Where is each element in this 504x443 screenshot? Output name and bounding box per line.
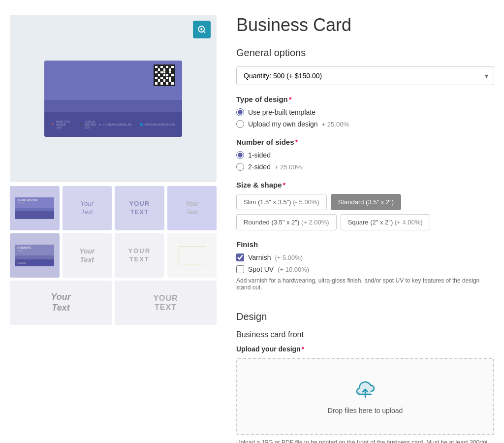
- varnish-checkbox[interactable]: [236, 253, 244, 261]
- thumbnails-row3: YourText YOURTEXT: [10, 281, 217, 325]
- finish-spotUV[interactable]: Spot UV (+ 10.00%): [236, 265, 494, 273]
- required-indicator-size: *: [283, 181, 286, 189]
- spotUV-label: Spot UV: [248, 265, 274, 273]
- sides-2-price: + 25.00%: [275, 163, 302, 171]
- design-radio-prebuilt[interactable]: [236, 108, 244, 116]
- upload-cloud-icon: [247, 379, 483, 403]
- design-own-price: + 25.00%: [322, 121, 349, 128]
- main-preview: 📍 HAMILTONS AVENUE 1602 📞 +2233 (0) 3492…: [10, 15, 217, 182]
- card-large-preview: 📍 HAMILTONS AVENUE 1602 📞 +2233 (0) 3492…: [44, 61, 182, 137]
- thumb-8[interactable]: [167, 233, 217, 278]
- number-of-sides-group: Number of sides* 1-sided 2-sided + 25.00…: [236, 138, 494, 171]
- thumb-9[interactable]: YourText: [10, 281, 112, 325]
- quantity-select[interactable]: Quantity: 100 Quantity: 250 Quantity: 50…: [236, 66, 494, 85]
- business-card-front-title: Business card front: [236, 330, 494, 339]
- sides-2-label: 2-sided: [248, 163, 271, 171]
- thumb-2[interactable]: YourText: [63, 186, 112, 230]
- thumb-3[interactable]: YOURTEXT: [115, 186, 164, 230]
- zoom-button[interactable]: [193, 21, 211, 38]
- upload-file-note: Upload a JPG or PDF file to be printed o…: [236, 439, 494, 443]
- type-of-design-label: Type of design*: [236, 95, 494, 103]
- type-of-design-group: Type of design* Use pre-built template U…: [236, 95, 494, 128]
- sides-1-label: 1-sided: [248, 151, 271, 159]
- thumb-7[interactable]: YOURTEXT: [115, 233, 164, 278]
- number-of-sides-label: Number of sides*: [236, 138, 494, 146]
- required-indicator: *: [289, 95, 292, 103]
- varnish-price: (+ 5.00%): [275, 254, 303, 261]
- sides-option-1[interactable]: 1-sided: [236, 151, 494, 159]
- design-section-title: Design: [236, 311, 494, 322]
- finish-group: Finish Varnish (+ 5.00%) Spot UV (+ 10.0…: [236, 240, 494, 291]
- divider: [236, 301, 494, 301]
- size-shape-label: Size & shape*: [236, 181, 494, 189]
- spotUV-price: (+ 10.00%): [278, 266, 309, 273]
- size-standard[interactable]: Standard (3.5" x 2"): [331, 194, 401, 210]
- finish-varnish[interactable]: Varnish (+ 5.00%): [236, 253, 494, 261]
- size-shape-group: Size & shape* Slim (1.5" x 3.5") (- 5.00…: [236, 181, 494, 230]
- thumbnails-row2: E MOORE E MOORE TITLE YourText YOURTEXT: [10, 233, 217, 278]
- svg-line-1: [203, 31, 205, 32]
- thumb-4[interactable]: YourText: [167, 186, 217, 230]
- left-panel: 📍 HAMILTONS AVENUE 1602 📞 +2233 (0) 3492…: [10, 15, 217, 443]
- required-indicator-sides: *: [295, 138, 298, 146]
- sides-radio-2[interactable]: [236, 163, 244, 171]
- upload-drop-area[interactable]: Drop files here to upload: [236, 358, 494, 435]
- thumb-6[interactable]: YourText: [63, 233, 112, 278]
- design-prebuilt-label: Use pre-built template: [248, 108, 315, 116]
- quantity-select-wrapper[interactable]: Quantity: 100 Quantity: 250 Quantity: 50…: [236, 66, 494, 85]
- varnish-label: Varnish: [248, 253, 271, 261]
- size-buttons-container: Slim (1.5" x 3.5") (- 5.00%) Standard (3…: [236, 194, 494, 230]
- thumb-5[interactable]: E MOORE E MOORE TITLE: [10, 233, 60, 278]
- general-options-title: General options: [236, 47, 494, 59]
- thumb-10[interactable]: YOURTEXT: [115, 281, 217, 325]
- size-slim[interactable]: Slim (1.5" x 3.5") (- 5.00%): [236, 194, 327, 210]
- product-title: Business Card: [236, 15, 494, 35]
- sides-option-2[interactable]: 2-sided + 25.00%: [236, 163, 494, 171]
- design-option-prebuilt[interactable]: Use pre-built template: [236, 108, 494, 116]
- size-square[interactable]: Square (2" x 2") (+ 4.00%): [341, 214, 430, 230]
- upload-drop-text: Drop files here to upload: [247, 407, 483, 414]
- required-indicator-upload: *: [302, 345, 304, 353]
- thumbnails-row1: ANNE MOORE TITLE YourText YOURTEXT YourT…: [10, 186, 217, 230]
- design-option-own[interactable]: Upload my own design + 25.00%: [236, 120, 494, 128]
- size-rounded[interactable]: Rounded (3.5" x 2") (+ 2.00%): [236, 214, 337, 230]
- upload-design-label: Upload your design*: [236, 345, 494, 353]
- thumb-1[interactable]: ANNE MOORE TITLE: [10, 186, 60, 230]
- spotUV-checkbox[interactable]: [236, 265, 244, 273]
- design-own-label: Upload my own design: [248, 120, 318, 128]
- finish-note: Add varnish for a hardwearing, ultra-glo…: [236, 277, 494, 291]
- design-radio-own[interactable]: [236, 120, 244, 128]
- right-panel: Business Card General options Quantity: …: [236, 15, 494, 443]
- sides-radio-1[interactable]: [236, 151, 244, 159]
- finish-label: Finish: [236, 240, 494, 249]
